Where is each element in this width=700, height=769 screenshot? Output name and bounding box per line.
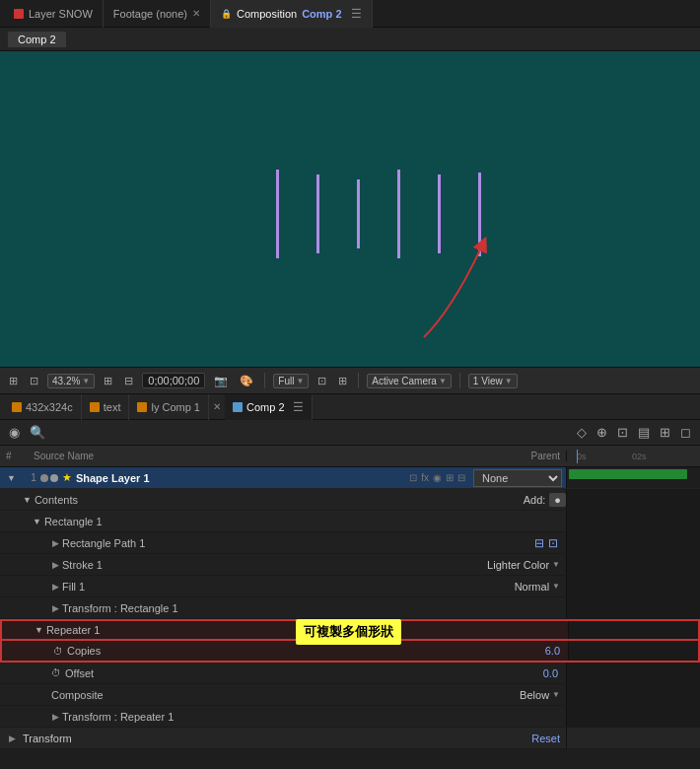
tl-tab-text[interactable]: text: [82, 394, 130, 420]
time-02s: 02s: [632, 452, 647, 461]
display-icon[interactable]: ⊞: [335, 373, 350, 389]
vline-3: [357, 179, 360, 248]
ruler-icon[interactable]: ⊟: [121, 373, 136, 389]
fill-mode-dropdown[interactable]: Normal ▼: [515, 581, 560, 593]
playhead: [577, 450, 578, 463]
comp-icon[interactable]: ⊡: [315, 373, 329, 389]
screen-icon[interactable]: ⊞: [6, 373, 21, 389]
vline-5: [438, 175, 441, 253]
breadcrumb-comp2[interactable]: Comp 2: [8, 32, 66, 47]
offset-value[interactable]: 0.0: [543, 667, 558, 679]
rectpath-icon2[interactable]: ⊡: [548, 536, 558, 550]
tl-tab-close[interactable]: ✕: [213, 401, 221, 412]
lc-mask[interactable]: ⊡: [409, 472, 417, 483]
prop-rectpath1: ▶ Rectangle Path 1 ⊟ ⊡: [0, 532, 700, 554]
copies-value[interactable]: 6.0: [545, 645, 560, 657]
repeater-arrow[interactable]: ▼: [32, 625, 46, 635]
vline-6: [478, 173, 481, 256]
stroke-mode-dropdown[interactable]: Lighter Color ▼: [487, 559, 560, 571]
rect1-arrow[interactable]: ▼: [30, 517, 44, 526]
quality-dropdown-arrow: ▼: [296, 377, 304, 385]
prop-stroke1-right: [567, 554, 700, 575]
tl-tab-icon-2: [90, 402, 100, 412]
rect1-label: Rectangle 1: [44, 516, 103, 527]
zoom-dropdown-arrow: ▼: [82, 377, 90, 385]
tl-toolbar: ◉ 🔍 ◇ ⊕ ⊡ ▤ ⊞ ◻: [0, 420, 700, 446]
prop-rect1: ▼ Rectangle 1: [0, 511, 700, 532]
camera-dropdown[interactable]: Active Camera ▼: [367, 374, 452, 388]
stroke-label: Stroke 1: [62, 559, 103, 571]
annotation-box: 可複製多個形狀: [296, 619, 401, 645]
offset-stopwatch[interactable]: ⏱: [51, 667, 61, 678]
stroke-arrow[interactable]: ▶: [49, 560, 62, 570]
add-button[interactable]: ●: [549, 493, 566, 507]
contents-arrow[interactable]: ▼: [20, 495, 35, 505]
quality-dropdown[interactable]: Full ▼: [273, 374, 309, 388]
render-btn[interactable]: ▤: [635, 425, 653, 440]
composite-label: Composite: [51, 689, 104, 701]
lc-time[interactable]: ⊟: [457, 472, 465, 483]
copies-stopwatch[interactable]: ⏱: [53, 646, 63, 657]
tl-tab-lycomp[interactable]: ly Comp 1: [129, 394, 209, 420]
search-btn[interactable]: 🔍: [27, 425, 48, 440]
stroke-dropdown-arrow: ▼: [552, 560, 560, 569]
transform-label: Transform: [23, 733, 72, 744]
layer-number: 1: [19, 472, 36, 483]
separator: [264, 373, 265, 388]
transform-row-left: ▶ Transform Reset: [0, 728, 567, 748]
prop-transform-repeater-right: [567, 706, 700, 727]
preview-area: [0, 51, 700, 367]
transform-repeater-arrow[interactable]: ▶: [49, 712, 62, 722]
tl-tab-432[interactable]: 432x324c: [4, 394, 82, 420]
transform-reset[interactable]: Reset: [531, 733, 560, 744]
lc-motion[interactable]: ◉: [433, 472, 442, 483]
layer-expand-arrow[interactable]: ▼: [4, 473, 19, 483]
parent-btn[interactable]: ⊕: [594, 425, 610, 440]
prop-offset: ⏱ Offset 0.0: [0, 663, 700, 684]
col-source-name: Source Name: [34, 451, 94, 461]
settings-btn[interactable]: ⊞: [657, 425, 673, 440]
menu-icon[interactable]: ☰: [351, 7, 362, 21]
grid-icon[interactable]: ⊞: [101, 373, 115, 389]
color-icon[interactable]: 🎨: [237, 373, 256, 389]
rectpath-arrow[interactable]: ▶: [49, 538, 62, 548]
solo-btn[interactable]: ◉: [6, 425, 23, 440]
tab-layer-snow[interactable]: Layer SNOW: [4, 0, 104, 28]
prop-stroke1: ▶ Stroke 1 Lighter Color ▼: [0, 554, 700, 576]
fill-arrow[interactable]: ▶: [49, 582, 62, 592]
layer-icon: [14, 9, 24, 19]
rectpath-icon1[interactable]: ⊟: [534, 536, 544, 550]
keyframe-btn[interactable]: ◇: [574, 425, 590, 440]
fit-icon[interactable]: ⊡: [27, 373, 41, 389]
repeater-section: ▼ Repeater 1 ⏱ Copies 6.0 可複製多個形狀: [0, 619, 700, 663]
timecode-display[interactable]: 0;00;00;00: [142, 373, 205, 388]
lc-fx[interactable]: fx: [421, 472, 429, 483]
tl-tab-comp2[interactable]: Comp 2 ☰: [225, 394, 313, 420]
close-icon[interactable]: ✕: [192, 8, 200, 19]
zoom-control[interactable]: 43.2% ▼: [47, 374, 95, 388]
tl-menu-icon[interactable]: ☰: [293, 400, 304, 414]
ruler: 0s 02s: [573, 450, 694, 463]
tl-tab-icon-4: [233, 402, 243, 412]
tab-footage-none[interactable]: Footage (none) ✕: [104, 0, 211, 28]
camera-icon[interactable]: 📷: [211, 373, 231, 389]
solo-dot[interactable]: [50, 474, 58, 482]
breadcrumb-bar: Comp 2: [0, 28, 700, 51]
lc-adjust[interactable]: ⊞: [446, 472, 454, 483]
vline-1: [276, 170, 279, 258]
parent-dropdown[interactable]: None: [473, 469, 562, 487]
mask-btn[interactable]: ◻: [677, 425, 694, 440]
lock-icon: 🔒: [221, 9, 232, 19]
composite-dropdown[interactable]: Below ▼: [520, 689, 560, 701]
prop-transform-repeater: ▶ Transform : Repeater 1: [0, 706, 700, 728]
view-dropdown[interactable]: 1 View ▼: [468, 374, 518, 388]
tab-composition[interactable]: 🔒 Composition Comp 2 ☰: [211, 0, 372, 28]
layer-name[interactable]: Shape Layer 1: [76, 472, 150, 484]
transform-expand-arrow[interactable]: ▶: [6, 734, 19, 743]
camera2-btn[interactable]: ⊡: [614, 425, 631, 440]
visibility-dot[interactable]: [40, 474, 48, 482]
col-parent: Parent: [531, 451, 560, 461]
transform-rect-arrow[interactable]: ▶: [49, 603, 62, 613]
prop-contents: ▼ Contents Add: ●: [0, 489, 700, 511]
layer-row-shape1[interactable]: ▼ 1 ★ Shape Layer 1 ⊡ fx ◉ ⊞ ⊟ None: [0, 467, 700, 489]
